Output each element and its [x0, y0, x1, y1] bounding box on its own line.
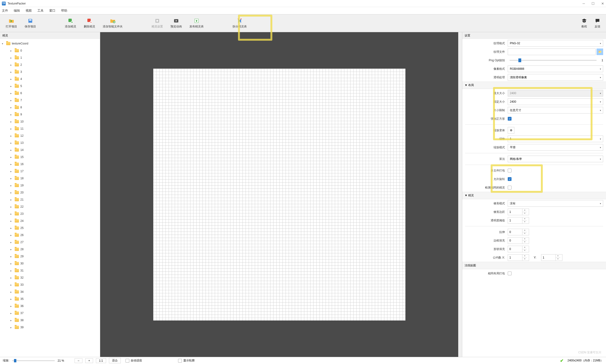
- chevron-right-icon[interactable]: ▸: [10, 305, 13, 308]
- alpha-thr-input[interactable]: ▴▾: [508, 217, 529, 224]
- canvas[interactable]: [100, 32, 458, 357]
- png-opt-slider[interactable]: [510, 60, 596, 61]
- chevron-right-icon[interactable]: ▸: [10, 284, 13, 286]
- allow-rot-checkbox[interactable]: ✓: [508, 177, 511, 181]
- tree-item[interactable]: ▸12: [0, 132, 100, 139]
- tree-item[interactable]: ▸26: [0, 232, 100, 239]
- alpha-select[interactable]: 清除透明像素▾: [508, 74, 603, 81]
- tree-item[interactable]: ▸23: [0, 210, 100, 217]
- chevron-right-icon[interactable]: ▸: [10, 220, 13, 222]
- tree-item[interactable]: ▸13: [0, 139, 100, 146]
- tex-file-browse[interactable]: 📁: [596, 49, 603, 55]
- tree-item[interactable]: ▸4: [0, 76, 100, 83]
- chevron-right-icon[interactable]: ▸: [10, 276, 13, 279]
- chevron-right-icon[interactable]: ▸: [10, 149, 13, 151]
- sprite-section[interactable]: ▼ 精灵: [462, 192, 606, 199]
- multipack-checkbox[interactable]: [508, 169, 511, 172]
- chevron-right-icon[interactable]: ▸: [10, 128, 13, 130]
- chevron-right-icon[interactable]: ▸: [10, 50, 13, 52]
- tree-item[interactable]: ▸34: [0, 288, 100, 295]
- tree-item[interactable]: ▸32: [0, 274, 100, 281]
- menu-tools[interactable]: 工具: [37, 9, 43, 13]
- common-div-x[interactable]: ▴▾: [508, 254, 529, 261]
- pixel-fmt-select[interactable]: RGBA8888▾: [508, 65, 603, 72]
- chevron-right-icon[interactable]: ▸: [10, 234, 13, 236]
- tree-item[interactable]: ▸16: [0, 161, 100, 168]
- chevron-right-icon[interactable]: ▸: [10, 142, 13, 144]
- same-layout-checkbox[interactable]: [508, 272, 511, 275]
- tree-item[interactable]: ▸19: [0, 182, 100, 189]
- tree-item[interactable]: ▸30: [0, 260, 100, 267]
- chevron-down-icon[interactable]: ▾: [2, 42, 5, 45]
- close-button[interactable]: ✕: [601, 2, 604, 5]
- canvas-scrollbar[interactable]: [458, 32, 462, 357]
- menu-edit[interactable]: 编辑: [14, 9, 20, 13]
- fixed-size-input[interactable]: 2400▾: [508, 98, 603, 105]
- chevron-right-icon[interactable]: ▸: [10, 71, 13, 73]
- chevron-right-icon[interactable]: ▸: [10, 135, 13, 137]
- tree-item[interactable]: ▸14: [0, 146, 100, 154]
- common-div-y[interactable]: ▴▾: [541, 254, 563, 261]
- add-smart-folder-button[interactable]: 添加智能文件夹: [99, 17, 126, 30]
- scale-mode-select[interactable]: 平滑▾: [508, 144, 603, 151]
- extrude-input[interactable]: ▴▾: [508, 229, 529, 235]
- show-outline-check[interactable]: 显示轮廓: [178, 359, 195, 363]
- minimize-button[interactable]: ─: [583, 2, 585, 5]
- chevron-right-icon[interactable]: ▸: [10, 163, 13, 166]
- layout-section[interactable]: ▼ 布局: [462, 82, 606, 89]
- chevron-right-icon[interactable]: ▸: [10, 312, 13, 314]
- tree-item[interactable]: ▸10: [0, 118, 100, 125]
- tree-item[interactable]: ▸39: [0, 324, 100, 331]
- chevron-right-icon[interactable]: ▸: [10, 262, 13, 265]
- tree-item[interactable]: ▸37: [0, 310, 100, 317]
- chevron-right-icon[interactable]: ▸: [10, 191, 13, 194]
- chevron-right-icon[interactable]: ▸: [10, 241, 13, 244]
- chevron-right-icon[interactable]: ▸: [10, 99, 13, 102]
- sprite-tree[interactable]: ▾ textureCoord ▸0▸1▸2▸3▸4▸5▸6▸7▸8▸9▸10▸1…: [0, 39, 100, 357]
- tree-item[interactable]: ▸25: [0, 224, 100, 232]
- tree-item[interactable]: ▸0: [0, 47, 100, 54]
- save-project-button[interactable]: 保存项目: [21, 17, 40, 30]
- trim-margin-input[interactable]: ▴▾: [508, 208, 529, 215]
- tex-file-input[interactable]: [508, 49, 596, 55]
- tree-item[interactable]: ▸8: [0, 104, 100, 111]
- tree-item[interactable]: ▸29: [0, 253, 100, 260]
- chevron-right-icon[interactable]: ▸: [10, 92, 13, 95]
- tree-item[interactable]: ▸15: [0, 154, 100, 161]
- tree-item[interactable]: ▸28: [0, 246, 100, 253]
- zoom-out-button[interactable]: –: [75, 358, 83, 363]
- chevron-right-icon[interactable]: ▸: [10, 291, 13, 293]
- menu-view[interactable]: 视图: [26, 9, 32, 13]
- chevron-right-icon[interactable]: ▸: [10, 184, 13, 187]
- menu-help[interactable]: 帮助: [61, 9, 67, 13]
- trim-mode-select[interactable]: 没有▾: [508, 200, 603, 207]
- scale-variant-button[interactable]: ⚙: [508, 127, 514, 134]
- tree-item[interactable]: ▸24: [0, 217, 100, 224]
- tree-item[interactable]: ▸38: [0, 317, 100, 324]
- feedback-button[interactable]: 反馈: [591, 17, 604, 30]
- chevron-right-icon[interactable]: ▸: [10, 298, 13, 300]
- border-pad-input[interactable]: ▴▾: [508, 237, 529, 244]
- tree-item[interactable]: ▸1: [0, 54, 100, 61]
- preview-anim-button[interactable]: 预览动画: [167, 17, 186, 30]
- tree-item[interactable]: ▸31: [0, 267, 100, 274]
- chevron-right-icon[interactable]: ▸: [10, 198, 13, 201]
- zoom-11-button[interactable]: 1:1: [96, 358, 106, 363]
- tutorial-button[interactable]: 教程: [578, 17, 591, 30]
- tree-item[interactable]: ▸17: [0, 168, 100, 175]
- zoom-slider[interactable]: [12, 360, 55, 361]
- tree-item[interactable]: ▸5: [0, 83, 100, 90]
- chevron-right-icon[interactable]: ▸: [10, 255, 13, 258]
- chevron-right-icon[interactable]: ▸: [10, 206, 13, 208]
- chevron-right-icon[interactable]: ▸: [10, 170, 13, 173]
- chevron-right-icon[interactable]: ▸: [10, 56, 13, 59]
- publish-sheet-button[interactable]: 发布精灵表: [186, 17, 207, 30]
- tree-item[interactable]: ▸11: [0, 125, 100, 132]
- chevron-right-icon[interactable]: ▸: [10, 78, 13, 80]
- force-square-checkbox[interactable]: ✓: [508, 117, 511, 121]
- auto-fit-check[interactable]: 自动适应: [125, 359, 142, 363]
- chevron-right-icon[interactable]: ▸: [10, 269, 13, 272]
- tree-item[interactable]: ▸27: [0, 239, 100, 246]
- tree-item[interactable]: ▸35: [0, 295, 100, 302]
- chevron-right-icon[interactable]: ▸: [10, 120, 13, 123]
